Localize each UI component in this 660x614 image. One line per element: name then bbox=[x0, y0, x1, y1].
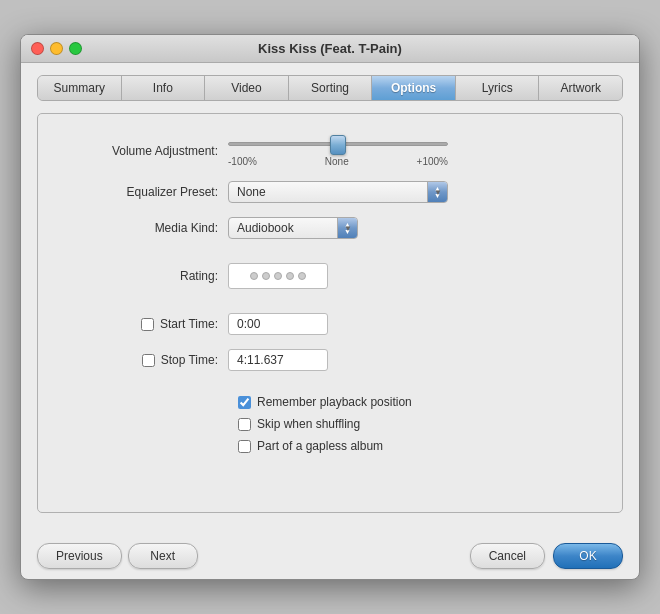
tab-options[interactable]: Options bbox=[372, 76, 456, 100]
remember-label[interactable]: Remember playback position bbox=[257, 395, 412, 409]
tab-sorting[interactable]: Sorting bbox=[289, 76, 373, 100]
equalizer-control: None ▲ ▼ bbox=[228, 181, 592, 203]
main-window: Kiss Kiss (Feat. T-Pain) Summary Info Vi… bbox=[20, 34, 640, 580]
volume-none-label: None bbox=[325, 156, 349, 167]
gapless-checkbox[interactable] bbox=[238, 440, 251, 453]
stop-time-input[interactable] bbox=[228, 349, 328, 371]
equalizer-row: Equalizer Preset: None ▲ ▼ bbox=[68, 181, 592, 203]
stop-time-label: Stop Time: bbox=[68, 353, 228, 367]
volume-max-label: +100% bbox=[417, 156, 448, 167]
volume-control: -100% None +100% bbox=[228, 134, 592, 167]
volume-row: Volume Adjustment: -100% None +100% bbox=[68, 134, 592, 167]
volume-slider-track[interactable] bbox=[228, 142, 448, 146]
cancel-button[interactable]: Cancel bbox=[470, 543, 545, 569]
previous-button[interactable]: Previous bbox=[37, 543, 122, 569]
tab-artwork[interactable]: Artwork bbox=[539, 76, 622, 100]
volume-label: Volume Adjustment: bbox=[68, 144, 228, 158]
media-kind-select-wrapper: Audiobook ▲ ▼ bbox=[228, 217, 358, 239]
stop-time-control bbox=[228, 349, 592, 371]
equalizer-label: Equalizer Preset: bbox=[68, 185, 228, 199]
options-panel: Volume Adjustment: -100% None +100% bbox=[37, 113, 623, 513]
tab-summary[interactable]: Summary bbox=[38, 76, 122, 100]
start-time-checkbox[interactable] bbox=[141, 318, 154, 331]
media-kind-label: Media Kind: bbox=[68, 221, 228, 235]
title-bar: Kiss Kiss (Feat. T-Pain) bbox=[21, 35, 639, 63]
equalizer-select-wrapper: None ▲ ▼ bbox=[228, 181, 448, 203]
media-kind-control: Audiobook ▲ ▼ bbox=[228, 217, 592, 239]
start-time-input[interactable] bbox=[228, 313, 328, 335]
media-kind-select[interactable]: Audiobook bbox=[228, 217, 358, 239]
tab-bar: Summary Info Video Sorting Options Lyric… bbox=[37, 75, 623, 101]
volume-slider-area[interactable] bbox=[228, 134, 592, 154]
volume-slider-thumb[interactable] bbox=[330, 135, 346, 155]
volume-slider-labels: -100% None +100% bbox=[228, 156, 448, 167]
maximize-button[interactable] bbox=[69, 42, 82, 55]
start-time-control bbox=[228, 313, 592, 335]
window-controls bbox=[31, 42, 82, 55]
start-time-row: Start Time: bbox=[68, 313, 592, 335]
rating-dot-3[interactable] bbox=[274, 272, 282, 280]
tab-video[interactable]: Video bbox=[205, 76, 289, 100]
bottom-bar: Previous Next Cancel OK bbox=[21, 529, 639, 579]
equalizer-select[interactable]: None bbox=[228, 181, 448, 203]
skip-row: Skip when shuffling bbox=[68, 417, 592, 431]
close-button[interactable] bbox=[31, 42, 44, 55]
remember-checkbox[interactable] bbox=[238, 396, 251, 409]
stop-time-checkbox[interactable] bbox=[142, 354, 155, 367]
window-content: Summary Info Video Sorting Options Lyric… bbox=[21, 63, 639, 529]
start-time-label: Start Time: bbox=[68, 317, 228, 331]
remember-row: Remember playback position bbox=[68, 395, 592, 409]
media-kind-row: Media Kind: Audiobook ▲ ▼ bbox=[68, 217, 592, 239]
minimize-button[interactable] bbox=[50, 42, 63, 55]
bottom-right-buttons: Cancel OK bbox=[470, 543, 623, 569]
rating-label: Rating: bbox=[68, 269, 228, 283]
skip-checkbox[interactable] bbox=[238, 418, 251, 431]
rating-dot-2[interactable] bbox=[262, 272, 270, 280]
skip-label[interactable]: Skip when shuffling bbox=[257, 417, 360, 431]
rating-control bbox=[228, 263, 592, 289]
rating-dot-4[interactable] bbox=[286, 272, 294, 280]
rating-dots[interactable] bbox=[228, 263, 328, 289]
tab-info[interactable]: Info bbox=[122, 76, 206, 100]
bottom-left-buttons: Previous Next bbox=[37, 543, 198, 569]
volume-min-label: -100% bbox=[228, 156, 257, 167]
tab-lyrics[interactable]: Lyrics bbox=[456, 76, 540, 100]
gapless-label[interactable]: Part of a gapless album bbox=[257, 439, 383, 453]
gapless-row: Part of a gapless album bbox=[68, 439, 592, 453]
rating-dot-1[interactable] bbox=[250, 272, 258, 280]
stop-time-row: Stop Time: bbox=[68, 349, 592, 371]
rating-row: Rating: bbox=[68, 263, 592, 289]
ok-button[interactable]: OK bbox=[553, 543, 623, 569]
window-title: Kiss Kiss (Feat. T-Pain) bbox=[258, 41, 402, 56]
rating-dot-5[interactable] bbox=[298, 272, 306, 280]
next-button[interactable]: Next bbox=[128, 543, 198, 569]
